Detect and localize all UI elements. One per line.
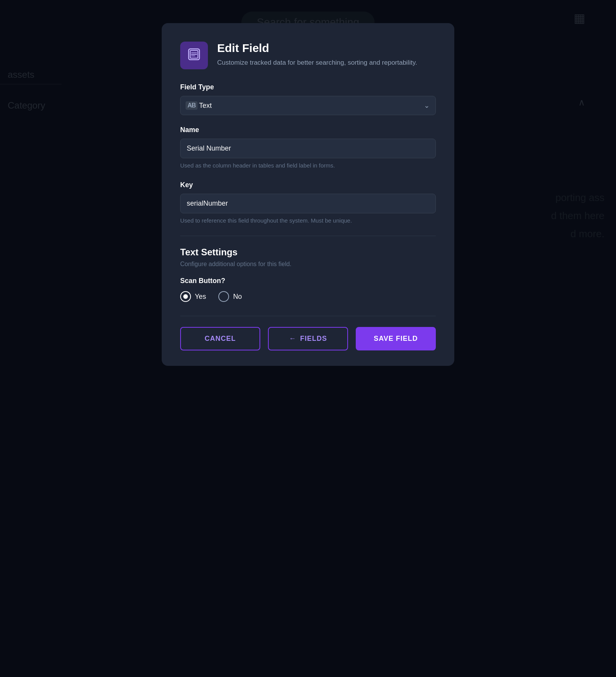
scan-button-no-option[interactable]: No — [218, 291, 242, 302]
modal-footer: CANCEL ← FIELDS SAVE FIELD — [180, 316, 436, 350]
ab-icon: AB — [186, 101, 198, 110]
field-type-section: Field Type AB Text Number Date Boolean S… — [180, 83, 436, 115]
edit-field-modal: Edit Field Customize tracked data for be… — [162, 23, 454, 366]
field-type-select[interactable]: Text Number Date Boolean Select — [180, 96, 436, 115]
field-type-icon — [187, 47, 201, 64]
arrow-left-icon: ← — [289, 335, 296, 343]
modal-icon-wrapper — [180, 42, 208, 69]
radio-no-label: No — [233, 293, 242, 301]
modal-backdrop: Edit Field Customize tracked data for be… — [0, 0, 616, 677]
radio-yes-circle — [180, 291, 191, 302]
modal-title-group: Edit Field Customize tracked data for be… — [217, 42, 436, 68]
scan-button-radio-group: Yes No — [180, 291, 436, 302]
name-input[interactable] — [180, 139, 436, 158]
key-label: Key — [180, 181, 436, 189]
radio-no-circle — [218, 291, 229, 302]
text-settings-subtitle: Configure additional options for this fi… — [180, 261, 436, 268]
text-settings-title: Text Settings — [180, 247, 436, 258]
text-settings-section: Text Settings Configure additional optio… — [180, 247, 436, 302]
fields-button-label: FIELDS — [300, 335, 327, 343]
field-type-select-wrapper: AB Text Number Date Boolean Select ⌄ — [180, 96, 436, 115]
fields-button[interactable]: ← FIELDS — [268, 327, 348, 350]
modal-title: Edit Field — [217, 42, 436, 55]
cancel-button[interactable]: CANCEL — [180, 327, 260, 350]
name-hint: Used as the column header in tables and … — [180, 161, 436, 170]
modal-header: Edit Field Customize tracked data for be… — [180, 42, 436, 69]
section-divider — [180, 236, 436, 236]
name-section: Name Used as the column header in tables… — [180, 126, 436, 170]
save-field-button[interactable]: SAVE FIELD — [356, 327, 436, 350]
scan-button-yes-option[interactable]: Yes — [180, 291, 206, 302]
scan-button-label: Scan Button? — [180, 277, 436, 285]
key-hint: Used to reference this field throughout … — [180, 216, 436, 225]
modal-subtitle: Customize tracked data for better search… — [217, 58, 436, 68]
radio-yes-dot — [183, 294, 188, 299]
name-label: Name — [180, 126, 436, 134]
key-input[interactable] — [180, 194, 436, 213]
field-type-label: Field Type — [180, 83, 436, 91]
key-section: Key Used to reference this field through… — [180, 181, 436, 225]
radio-yes-label: Yes — [195, 293, 206, 301]
